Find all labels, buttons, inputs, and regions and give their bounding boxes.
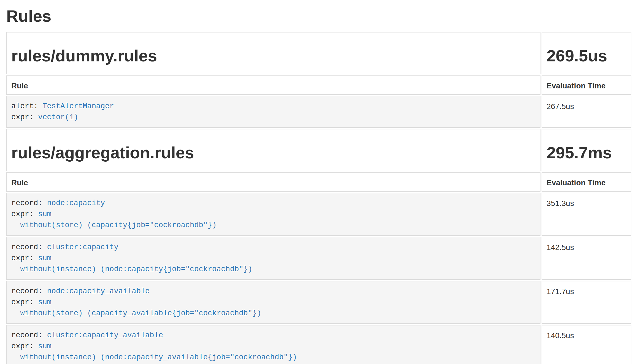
rules-file-cell: rules/dummy.rules: [6, 32, 540, 74]
time-column-header: Evaluation Time: [542, 172, 631, 192]
record-name-link[interactable]: cluster:capacity_available: [47, 331, 163, 339]
rule-column-header: Rule: [6, 172, 540, 192]
code-text: expr:: [11, 342, 38, 351]
group-eval-time-cell: 269.5us: [542, 32, 631, 74]
rule-row: record: node:capacity expr: sum without(…: [6, 193, 631, 236]
record-name-link[interactable]: cluster:capacity: [47, 243, 118, 251]
alert-name-link[interactable]: TestAlertManager: [42, 102, 114, 110]
group-eval-time: 269.5us: [547, 47, 626, 65]
rules-file-name: rules/aggregation.rules: [11, 144, 536, 162]
code-text: record:: [11, 243, 47, 251]
page-title: Rules: [6, 7, 638, 25]
group-eval-time-cell: 295.7ms: [542, 129, 631, 171]
rule-group-header-row: rules/dummy.rules269.5us: [6, 32, 631, 74]
rule-row: record: cluster:capacity expr: sum witho…: [6, 237, 631, 280]
rule-group-header-row: rules/aggregation.rules295.7ms: [6, 129, 631, 171]
column-header-row: RuleEvaluation Time: [6, 75, 631, 95]
code-text: record:: [11, 287, 47, 295]
rule-code: record: node:capacity expr: sum without(…: [11, 198, 536, 231]
rule-eval-time: 142.5us: [542, 237, 631, 280]
rules-page: { "page_title": "Rules", "colors": { "li…: [0, 0, 638, 364]
rule-eval-time: 140.5us: [542, 325, 631, 364]
column-header-row: RuleEvaluation Time: [6, 172, 631, 192]
code-text: expr:: [11, 113, 38, 121]
expr-link[interactable]: sum: [38, 342, 52, 351]
expr-link[interactable]: without(instance) (node:capacity{job="co…: [11, 265, 252, 273]
rule-column-header: Rule: [6, 75, 540, 95]
code-text: expr:: [11, 254, 38, 262]
rule-code-cell: record: cluster:capacity expr: sum witho…: [6, 237, 540, 280]
expr-link[interactable]: sum: [38, 298, 52, 306]
expr-link[interactable]: without(instance) (node:capacity_availab…: [11, 353, 297, 362]
rule-row: record: cluster:capacity_available expr:…: [6, 325, 631, 364]
rule-code-cell: record: node:capacity expr: sum without(…: [6, 193, 540, 236]
rule-code-cell: record: cluster:capacity_available expr:…: [6, 325, 540, 364]
group-eval-time: 295.7ms: [547, 144, 626, 162]
expr-link[interactable]: vector(1): [38, 113, 78, 121]
record-name-link[interactable]: node:capacity_available: [47, 287, 150, 295]
rule-code: record: cluster:capacity_available expr:…: [11, 330, 536, 363]
expr-link[interactable]: without(store) (capacity{job="cockroachd…: [11, 221, 217, 229]
code-text: alert:: [11, 102, 42, 110]
expr-link[interactable]: sum: [38, 254, 52, 262]
time-column-header: Evaluation Time: [542, 75, 631, 95]
rule-row: record: node:capacity_available expr: su…: [6, 281, 631, 324]
expr-link[interactable]: sum: [38, 210, 52, 218]
code-text: record:: [11, 331, 47, 339]
rule-row: alert: TestAlertManager expr: vector(1)2…: [6, 96, 631, 128]
rule-eval-time: 351.3us: [542, 193, 631, 236]
rule-code-cell: alert: TestAlertManager expr: vector(1): [6, 96, 540, 128]
expr-link[interactable]: without(store) (capacity_available{job="…: [11, 309, 261, 317]
rule-code: alert: TestAlertManager expr: vector(1): [11, 101, 536, 123]
code-text: expr:: [11, 210, 38, 218]
rules-table-body: rules/dummy.rules269.5usRuleEvaluation T…: [6, 32, 631, 364]
code-text: expr:: [11, 298, 38, 306]
rule-eval-time: 267.5us: [542, 96, 631, 128]
rule-code: record: node:capacity_available expr: su…: [11, 286, 536, 319]
rules-file-name: rules/dummy.rules: [11, 47, 536, 65]
rule-code-cell: record: node:capacity_available expr: su…: [6, 281, 540, 324]
record-name-link[interactable]: node:capacity: [47, 199, 105, 207]
rules-file-cell: rules/aggregation.rules: [6, 129, 540, 171]
rule-eval-time: 171.7us: [542, 281, 631, 324]
rules-table: rules/dummy.rules269.5usRuleEvaluation T…: [5, 31, 632, 364]
code-text: record:: [11, 199, 47, 207]
rule-code: record: cluster:capacity expr: sum witho…: [11, 242, 536, 275]
